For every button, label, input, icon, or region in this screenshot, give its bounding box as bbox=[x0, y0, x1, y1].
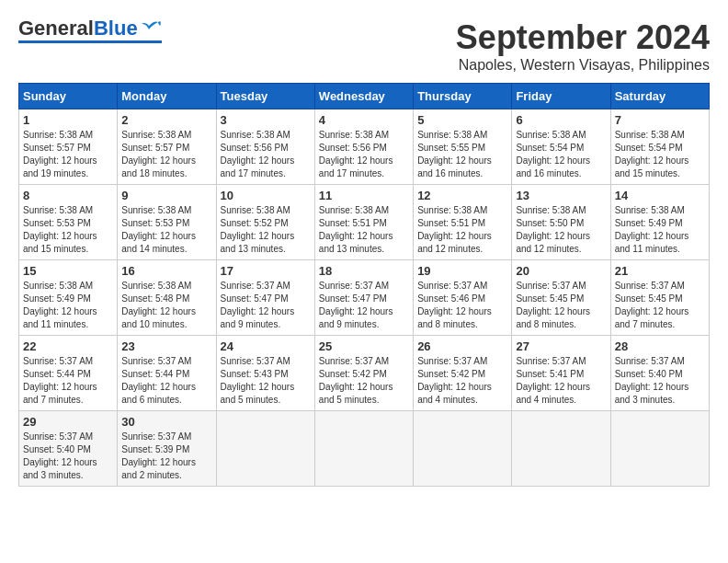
calendar-cell: 19Sunrise: 5:37 AMSunset: 5:46 PMDayligh… bbox=[414, 260, 512, 336]
day-info: Sunrise: 5:37 AMSunset: 5:42 PMDaylight:… bbox=[417, 355, 507, 407]
calendar-cell: 4Sunrise: 5:38 AMSunset: 5:56 PMDaylight… bbox=[314, 109, 413, 185]
day-number: 5 bbox=[417, 113, 507, 127]
day-number: 18 bbox=[319, 264, 409, 278]
calendar-cell: 18Sunrise: 5:37 AMSunset: 5:47 PMDayligh… bbox=[314, 260, 413, 336]
calendar-cell: 6Sunrise: 5:38 AMSunset: 5:54 PMDaylight… bbox=[512, 109, 610, 185]
day-info: Sunrise: 5:37 AMSunset: 5:45 PMDaylight:… bbox=[516, 280, 606, 331]
column-header-sunday: Sunday bbox=[19, 84, 118, 109]
day-number: 11 bbox=[319, 189, 409, 202]
day-info: Sunrise: 5:38 AMSunset: 5:54 PMDaylight:… bbox=[516, 129, 606, 180]
calendar-cell: 3Sunrise: 5:38 AMSunset: 5:56 PMDaylight… bbox=[216, 109, 314, 185]
column-header-tuesday: Tuesday bbox=[216, 84, 314, 109]
day-number: 2 bbox=[121, 113, 211, 127]
column-header-wednesday: Wednesday bbox=[314, 84, 413, 109]
day-info: Sunrise: 5:37 AMSunset: 5:46 PMDaylight:… bbox=[417, 280, 507, 331]
day-info: Sunrise: 5:37 AMSunset: 5:40 PMDaylight:… bbox=[615, 355, 705, 407]
calendar-cell: 23Sunrise: 5:37 AMSunset: 5:44 PMDayligh… bbox=[118, 336, 216, 411]
day-number: 22 bbox=[23, 339, 113, 353]
calendar-cell: 20Sunrise: 5:37 AMSunset: 5:45 PMDayligh… bbox=[512, 260, 610, 336]
calendar-cell: 25Sunrise: 5:37 AMSunset: 5:42 PMDayligh… bbox=[314, 336, 413, 411]
day-info: Sunrise: 5:38 AMSunset: 5:56 PMDaylight:… bbox=[319, 129, 409, 180]
day-number: 17 bbox=[221, 264, 311, 278]
calendar-cell: 5Sunrise: 5:38 AMSunset: 5:55 PMDaylight… bbox=[414, 109, 512, 185]
day-number: 24 bbox=[221, 339, 311, 353]
day-number: 20 bbox=[516, 264, 606, 278]
day-number: 3 bbox=[221, 113, 311, 127]
column-header-monday: Monday bbox=[118, 84, 216, 109]
day-info: Sunrise: 5:38 AMSunset: 5:54 PMDaylight:… bbox=[615, 129, 705, 180]
day-info: Sunrise: 5:37 AMSunset: 5:44 PMDaylight:… bbox=[23, 355, 113, 407]
day-number: 15 bbox=[23, 264, 113, 278]
calendar-cell: 9Sunrise: 5:38 AMSunset: 5:53 PMDaylight… bbox=[118, 185, 216, 260]
week-row: 1Sunrise: 5:38 AMSunset: 5:57 PMDaylight… bbox=[19, 109, 710, 185]
day-number: 30 bbox=[121, 415, 211, 429]
week-row: 8Sunrise: 5:38 AMSunset: 5:53 PMDaylight… bbox=[19, 185, 710, 260]
calendar-cell: 8Sunrise: 5:38 AMSunset: 5:53 PMDaylight… bbox=[19, 185, 118, 260]
calendar-table: SundayMondayTuesdayWednesdayThursdayFrid… bbox=[18, 83, 710, 487]
day-number: 1 bbox=[23, 113, 113, 127]
week-row: 15Sunrise: 5:38 AMSunset: 5:49 PMDayligh… bbox=[19, 260, 710, 336]
day-number: 29 bbox=[23, 415, 113, 429]
day-info: Sunrise: 5:38 AMSunset: 5:49 PMDaylight:… bbox=[23, 280, 113, 331]
day-number: 6 bbox=[516, 113, 606, 127]
day-info: Sunrise: 5:38 AMSunset: 5:53 PMDaylight:… bbox=[23, 204, 113, 256]
calendar-cell: 21Sunrise: 5:37 AMSunset: 5:45 PMDayligh… bbox=[610, 260, 709, 336]
day-number: 21 bbox=[615, 264, 705, 278]
day-number: 28 bbox=[615, 339, 705, 353]
week-row: 22Sunrise: 5:37 AMSunset: 5:44 PMDayligh… bbox=[19, 336, 710, 411]
day-number: 8 bbox=[23, 189, 113, 202]
day-info: Sunrise: 5:38 AMSunset: 5:48 PMDaylight:… bbox=[121, 280, 211, 331]
location: Napoles, Western Visayas, Philippines bbox=[456, 57, 710, 74]
day-info: Sunrise: 5:38 AMSunset: 5:50 PMDaylight:… bbox=[516, 204, 606, 256]
logo-bird-icon bbox=[142, 20, 162, 37]
calendar-cell: 24Sunrise: 5:37 AMSunset: 5:43 PMDayligh… bbox=[216, 336, 314, 411]
day-number: 13 bbox=[516, 189, 606, 202]
calendar-cell bbox=[512, 411, 610, 487]
calendar-cell: 11Sunrise: 5:38 AMSunset: 5:51 PMDayligh… bbox=[314, 185, 413, 260]
calendar-cell: 2Sunrise: 5:38 AMSunset: 5:57 PMDaylight… bbox=[118, 109, 216, 185]
calendar-cell: 7Sunrise: 5:38 AMSunset: 5:54 PMDaylight… bbox=[610, 109, 709, 185]
calendar-cell: 10Sunrise: 5:38 AMSunset: 5:52 PMDayligh… bbox=[216, 185, 314, 260]
day-number: 12 bbox=[417, 189, 507, 202]
day-number: 26 bbox=[417, 339, 507, 353]
day-info: Sunrise: 5:37 AMSunset: 5:47 PMDaylight:… bbox=[319, 280, 409, 331]
column-header-thursday: Thursday bbox=[414, 84, 512, 109]
calendar-cell bbox=[414, 411, 512, 487]
calendar-cell: 1Sunrise: 5:38 AMSunset: 5:57 PMDaylight… bbox=[19, 109, 118, 185]
calendar-cell: 15Sunrise: 5:38 AMSunset: 5:49 PMDayligh… bbox=[19, 260, 118, 336]
calendar-cell: 30Sunrise: 5:37 AMSunset: 5:39 PMDayligh… bbox=[118, 411, 216, 487]
day-info: Sunrise: 5:37 AMSunset: 5:45 PMDaylight:… bbox=[615, 280, 705, 331]
calendar-cell: 17Sunrise: 5:37 AMSunset: 5:47 PMDayligh… bbox=[216, 260, 314, 336]
page-header: GeneralBlue September 2024 Napoles, West… bbox=[18, 18, 710, 74]
calendar-cell: 16Sunrise: 5:38 AMSunset: 5:48 PMDayligh… bbox=[118, 260, 216, 336]
day-info: Sunrise: 5:37 AMSunset: 5:47 PMDaylight:… bbox=[221, 280, 311, 331]
calendar-cell: 26Sunrise: 5:37 AMSunset: 5:42 PMDayligh… bbox=[414, 336, 512, 411]
day-number: 19 bbox=[417, 264, 507, 278]
calendar-cell: 12Sunrise: 5:38 AMSunset: 5:51 PMDayligh… bbox=[414, 185, 512, 260]
day-info: Sunrise: 5:38 AMSunset: 5:57 PMDaylight:… bbox=[121, 129, 211, 180]
day-number: 25 bbox=[319, 339, 409, 353]
day-number: 16 bbox=[121, 264, 211, 278]
day-info: Sunrise: 5:38 AMSunset: 5:49 PMDaylight:… bbox=[615, 204, 705, 256]
day-info: Sunrise: 5:38 AMSunset: 5:57 PMDaylight:… bbox=[23, 129, 113, 180]
day-number: 9 bbox=[121, 189, 211, 202]
logo-text: GeneralBlue bbox=[18, 18, 138, 39]
calendar-cell: 27Sunrise: 5:37 AMSunset: 5:41 PMDayligh… bbox=[512, 336, 610, 411]
day-number: 10 bbox=[221, 189, 311, 202]
day-info: Sunrise: 5:38 AMSunset: 5:51 PMDaylight:… bbox=[417, 204, 507, 256]
column-header-friday: Friday bbox=[512, 84, 610, 109]
day-number: 7 bbox=[615, 113, 705, 127]
calendar-cell: 14Sunrise: 5:38 AMSunset: 5:49 PMDayligh… bbox=[610, 185, 709, 260]
calendar-cell bbox=[610, 411, 709, 487]
day-info: Sunrise: 5:37 AMSunset: 5:40 PMDaylight:… bbox=[23, 431, 113, 482]
month-title: September 2024 bbox=[456, 18, 710, 57]
day-number: 14 bbox=[615, 189, 705, 202]
calendar-cell bbox=[216, 411, 314, 487]
calendar-cell: 28Sunrise: 5:37 AMSunset: 5:40 PMDayligh… bbox=[610, 336, 709, 411]
header-row: SundayMondayTuesdayWednesdayThursdayFrid… bbox=[19, 84, 710, 109]
day-info: Sunrise: 5:38 AMSunset: 5:56 PMDaylight:… bbox=[221, 129, 311, 180]
calendar-cell: 13Sunrise: 5:38 AMSunset: 5:50 PMDayligh… bbox=[512, 185, 610, 260]
week-row: 29Sunrise: 5:37 AMSunset: 5:40 PMDayligh… bbox=[19, 411, 710, 487]
day-info: Sunrise: 5:37 AMSunset: 5:39 PMDaylight:… bbox=[121, 431, 211, 482]
title-block: September 2024 Napoles, Western Visayas,… bbox=[456, 18, 710, 74]
